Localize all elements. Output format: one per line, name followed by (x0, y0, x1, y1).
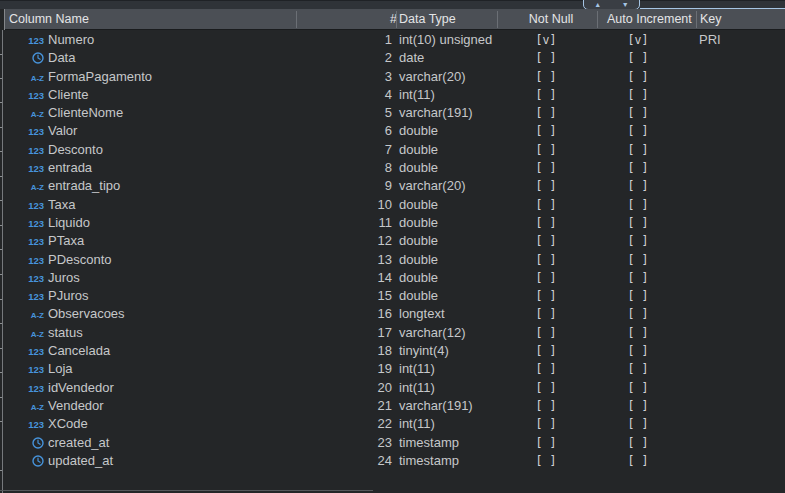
not-null-checkbox[interactable]: [ ] (520, 122, 572, 140)
number-icon: 123 (28, 90, 44, 101)
table-row[interactable]: 123 A-Z PJuros 15 double [ ] [ ] (0, 287, 785, 305)
table-row[interactable]: 123 A-Z Numero 1 int(10) unsigned [v] [v… (0, 31, 785, 49)
table-row[interactable]: 123 A-Z Valor 6 double [ ] [ ] (0, 122, 785, 140)
table-row[interactable]: 123 A-Z Juros 14 double [ ] [ ] (0, 269, 785, 287)
auto-increment-checkbox[interactable]: [ ] (612, 68, 664, 86)
header-key[interactable]: Key (700, 9, 722, 30)
table-row[interactable]: 123 A-Z Desconto 7 double [ ] [ ] (0, 141, 785, 159)
table-row[interactable]: 123 A-Z entrada 8 double [ ] [ ] (0, 159, 785, 177)
not-null-checkbox[interactable]: [ ] (520, 452, 572, 470)
position-cell: 9 (335, 177, 392, 195)
table-row[interactable]: 123 A-Z PTaxa 12 double [ ] [ ] (0, 232, 785, 250)
not-null-checkbox[interactable]: [ ] (520, 104, 572, 122)
table-row[interactable]: 123 A-Z PDesconto 13 double [ ] [ ] (0, 251, 785, 269)
data-type-cell: varchar(191) (399, 397, 473, 415)
not-null-checkbox[interactable]: [ ] (520, 159, 572, 177)
table-row[interactable]: 123 A-Z Cliente 4 int(11) [ ] [ ] (0, 86, 785, 104)
column-name-cell: PJuros (48, 287, 88, 305)
auto-increment-checkbox[interactable]: [ ] (612, 251, 664, 269)
clock-icon (32, 453, 44, 468)
table-row[interactable]: 123 A-Z entrada_tipo 9 varchar(20) [ ] [… (0, 177, 785, 195)
not-null-checkbox[interactable]: [v] (520, 31, 572, 49)
not-null-checkbox[interactable]: [ ] (520, 49, 572, 67)
column-divider[interactable] (597, 11, 598, 28)
header-auto-increment[interactable]: Auto Increment (607, 9, 692, 30)
not-null-checkbox[interactable]: [ ] (520, 232, 572, 250)
not-null-checkbox[interactable]: [ ] (520, 269, 572, 287)
not-null-checkbox[interactable]: [ ] (520, 86, 572, 104)
position-cell: 21 (335, 397, 392, 415)
move-down-button[interactable]: ▼ (622, 0, 629, 9)
not-null-checkbox[interactable]: [ ] (520, 379, 572, 397)
not-null-checkbox[interactable]: [ ] (520, 251, 572, 269)
position-cell: 11 (335, 214, 392, 232)
auto-increment-checkbox[interactable]: [ ] (612, 122, 664, 140)
table-row[interactable]: 123 A-Z Observacoes 16 longtext [ ] [ ] (0, 305, 785, 323)
auto-increment-checkbox[interactable]: [ ] (612, 415, 664, 433)
auto-increment-checkbox[interactable]: [ ] (612, 305, 664, 323)
table-row[interactable]: 123 A-Z Taxa 10 double [ ] [ ] (0, 196, 785, 214)
not-null-checkbox[interactable]: [ ] (520, 360, 572, 378)
not-null-checkbox[interactable]: [ ] (520, 287, 572, 305)
table-row[interactable]: 123 A-Z Liquido 11 double [ ] [ ] (0, 214, 785, 232)
auto-increment-checkbox[interactable]: [ ] (612, 232, 664, 250)
column-name-cell: Numero (48, 31, 94, 49)
table-row[interactable]: 123 A-Z created_at 23 timestamp [ ] [ ] (0, 434, 785, 452)
table-row[interactable]: 123 A-Z updated_at 24 timestamp [ ] [ ] (0, 452, 785, 470)
table-row[interactable]: 123 A-Z Data 2 date [ ] [ ] (0, 49, 785, 67)
auto-increment-checkbox[interactable]: [ ] (612, 342, 664, 360)
header-position[interactable]: # (340, 9, 397, 30)
auto-increment-checkbox[interactable]: [ ] (612, 269, 664, 287)
table-row[interactable]: 123 A-Z status 17 varchar(12) [ ] [ ] (0, 324, 785, 342)
not-null-checkbox[interactable]: [ ] (520, 196, 572, 214)
auto-increment-checkbox[interactable]: [ ] (612, 214, 664, 232)
column-name-cell: Taxa (48, 196, 75, 214)
not-null-checkbox[interactable]: [ ] (520, 434, 572, 452)
not-null-checkbox[interactable]: [ ] (520, 68, 572, 86)
column-divider[interactable] (296, 11, 297, 28)
not-null-checkbox[interactable]: [ ] (520, 141, 572, 159)
auto-increment-checkbox[interactable]: [ ] (612, 196, 664, 214)
table-row[interactable]: 123 A-Z idVendedor 20 int(11) [ ] [ ] (0, 379, 785, 397)
auto-increment-checkbox[interactable]: [ ] (612, 159, 664, 177)
table-row[interactable]: 123 A-Z XCode 22 int(11) [ ] [ ] (0, 415, 785, 433)
move-up-button[interactable]: ▲ (594, 0, 601, 9)
auto-increment-checkbox[interactable]: [v] (612, 31, 664, 49)
column-type-icon-slot: 123 A-Z (18, 214, 44, 232)
column-name-cell: Observacoes (48, 305, 125, 323)
auto-increment-checkbox[interactable]: [ ] (612, 177, 664, 195)
not-null-checkbox[interactable]: [ ] (520, 214, 572, 232)
column-type-icon-slot: 123 A-Z (18, 141, 44, 159)
table-row[interactable]: 123 A-Z FormaPagamento 3 varchar(20) [ ]… (0, 68, 785, 86)
auto-increment-checkbox[interactable]: [ ] (612, 141, 664, 159)
auto-increment-checkbox[interactable]: [ ] (612, 104, 664, 122)
header-not-null[interactable]: Not Null (520, 9, 582, 30)
column-divider[interactable] (497, 11, 498, 28)
data-type-cell: varchar(12) (399, 324, 465, 342)
auto-increment-checkbox[interactable]: [ ] (612, 434, 664, 452)
auto-increment-checkbox[interactable]: [ ] (612, 287, 664, 305)
auto-increment-checkbox[interactable]: [ ] (612, 86, 664, 104)
table-row[interactable]: 123 A-Z Loja 19 int(11) [ ] [ ] (0, 360, 785, 378)
table-row[interactable]: 123 A-Z Vendedor 21 varchar(191) [ ] [ ] (0, 397, 785, 415)
header-data-type[interactable]: Data Type (399, 9, 456, 30)
auto-increment-checkbox[interactable]: [ ] (612, 49, 664, 67)
not-null-checkbox[interactable]: [ ] (520, 415, 572, 433)
not-null-checkbox[interactable]: [ ] (520, 305, 572, 323)
header-column-name[interactable]: Column Name (9, 9, 89, 30)
column-divider[interactable] (696, 11, 697, 28)
auto-increment-checkbox[interactable]: [ ] (612, 379, 664, 397)
not-null-checkbox[interactable]: [ ] (520, 324, 572, 342)
column-divider[interactable] (396, 11, 397, 28)
auto-increment-checkbox[interactable]: [ ] (612, 452, 664, 470)
table-row[interactable]: 123 A-Z Cancelada 18 tinyint(4) [ ] [ ] (0, 342, 785, 360)
split-view-divider[interactable] (0, 30, 3, 493)
data-type-cell: tinyint(4) (399, 342, 449, 360)
not-null-checkbox[interactable]: [ ] (520, 397, 572, 415)
not-null-checkbox[interactable]: [ ] (520, 342, 572, 360)
not-null-checkbox[interactable]: [ ] (520, 177, 572, 195)
table-row[interactable]: 123 A-Z ClienteNome 5 varchar(191) [ ] [… (0, 104, 785, 122)
auto-increment-checkbox[interactable]: [ ] (612, 324, 664, 342)
auto-increment-checkbox[interactable]: [ ] (612, 397, 664, 415)
auto-increment-checkbox[interactable]: [ ] (612, 360, 664, 378)
